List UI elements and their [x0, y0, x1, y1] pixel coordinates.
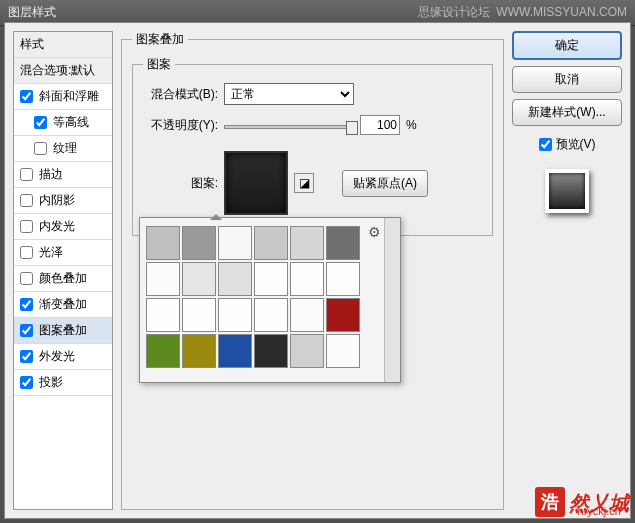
watermark: 浩 然乂城 hryckj.cn	[535, 487, 629, 517]
inner-legend: 图案	[143, 56, 175, 73]
opacity-unit: %	[406, 118, 417, 132]
preview-checkbox[interactable]	[539, 138, 552, 151]
sidebar-item-1[interactable]: 等高线	[14, 110, 112, 136]
sidebar-item-2[interactable]: 纹理	[14, 136, 112, 162]
layer-style-dialog: 样式 混合选项:默认 斜面和浮雕等高线纹理描边内阴影内发光光泽颜色叠加渐变叠加图…	[4, 22, 631, 519]
swatch-4[interactable]	[290, 226, 324, 260]
snap-origin-button[interactable]: 贴紧原点(A)	[342, 170, 428, 197]
swatch-23[interactable]	[326, 334, 360, 368]
sidebar-checkbox-11[interactable]	[20, 376, 33, 389]
swatch-10[interactable]	[290, 262, 324, 296]
new-pattern-icon[interactable]: ◪	[294, 173, 314, 193]
sidebar-item-6[interactable]: 光泽	[14, 240, 112, 266]
watermark-block: 浩	[535, 487, 565, 517]
swatch-6[interactable]	[146, 262, 180, 296]
swatch-3[interactable]	[254, 226, 288, 260]
swatch-18[interactable]	[146, 334, 180, 368]
sidebar-label-11: 投影	[39, 374, 63, 391]
sidebar-checkbox-7[interactable]	[20, 272, 33, 285]
style-sidebar: 样式 混合选项:默认 斜面和浮雕等高线纹理描边内阴影内发光光泽颜色叠加渐变叠加图…	[13, 31, 113, 510]
sidebar-label-3: 描边	[39, 166, 63, 183]
preview-label: 预览(V)	[556, 136, 596, 153]
swatch-20[interactable]	[218, 334, 252, 368]
pattern-inner-group: 图案 混合模式(B): 正常 不透明度(Y): % 图案: ◪	[132, 56, 493, 236]
sidebar-label-4: 内阴影	[39, 192, 75, 209]
ok-button[interactable]: 确定	[512, 31, 622, 60]
sidebar-checkbox-6[interactable]	[20, 246, 33, 259]
main-panel: 图案叠加 图案 混合模式(B): 正常 不透明度(Y): % 图案:	[121, 31, 504, 510]
swatch-2[interactable]	[218, 226, 252, 260]
sidebar-label-6: 光泽	[39, 244, 63, 261]
swatch-12[interactable]	[146, 298, 180, 332]
cancel-button[interactable]: 取消	[512, 66, 622, 93]
sidebar-checkbox-0[interactable]	[20, 90, 33, 103]
sidebar-checkbox-5[interactable]	[20, 220, 33, 233]
scrollbar[interactable]	[384, 218, 400, 382]
swatch-8[interactable]	[218, 262, 252, 296]
sidebar-label-10: 外发光	[39, 348, 75, 365]
pattern-picker-popup: ⚙ ▸	[139, 217, 401, 383]
pattern-label: 图案:	[143, 175, 218, 192]
right-button-panel: 确定 取消 新建样式(W)... 预览(V)	[512, 31, 622, 510]
watermark-url: hryckj.cn	[578, 505, 621, 517]
pattern-preview[interactable]	[224, 151, 288, 215]
sidebar-label-9: 图案叠加	[39, 322, 87, 339]
sidebar-item-9[interactable]: 图案叠加	[14, 318, 112, 344]
swatch-11[interactable]	[326, 262, 360, 296]
sidebar-header-style[interactable]: 样式	[14, 32, 112, 58]
sidebar-item-3[interactable]: 描边	[14, 162, 112, 188]
sidebar-checkbox-4[interactable]	[20, 194, 33, 207]
sidebar-label-5: 内发光	[39, 218, 75, 235]
sidebar-item-4[interactable]: 内阴影	[14, 188, 112, 214]
sidebar-checkbox-3[interactable]	[20, 168, 33, 181]
swatch-16[interactable]	[290, 298, 324, 332]
swatch-7[interactable]	[182, 262, 216, 296]
sidebar-label-1: 等高线	[53, 114, 89, 131]
new-style-button[interactable]: 新建样式(W)...	[512, 99, 622, 126]
sidebar-item-10[interactable]: 外发光	[14, 344, 112, 370]
sidebar-checkbox-2[interactable]	[34, 142, 47, 155]
sidebar-checkbox-1[interactable]	[34, 116, 47, 129]
sidebar-item-5[interactable]: 内发光	[14, 214, 112, 240]
opacity-slider[interactable]	[224, 125, 354, 129]
sidebar-item-0[interactable]: 斜面和浮雕	[14, 84, 112, 110]
sidebar-checkbox-8[interactable]	[20, 298, 33, 311]
swatch-14[interactable]	[218, 298, 252, 332]
group-legend: 图案叠加	[132, 31, 188, 48]
sidebar-label-7: 颜色叠加	[39, 270, 87, 287]
sidebar-label-0: 斜面和浮雕	[39, 88, 99, 105]
slider-thumb[interactable]	[346, 121, 358, 135]
opacity-label: 不透明度(Y):	[143, 117, 218, 134]
swatch-17[interactable]	[326, 298, 360, 332]
sidebar-item-7[interactable]: 颜色叠加	[14, 266, 112, 292]
forum-text: 思缘设计论坛 WWW.MISSYUAN.COM	[418, 4, 627, 21]
sidebar-checkbox-10[interactable]	[20, 350, 33, 363]
swatch-15[interactable]	[254, 298, 288, 332]
swatch-9[interactable]	[254, 262, 288, 296]
swatch-22[interactable]	[290, 334, 324, 368]
swatch-grid	[146, 226, 394, 368]
preview-thumbnail	[545, 169, 589, 213]
sidebar-label-2: 纹理	[53, 140, 77, 157]
opacity-input[interactable]	[360, 115, 400, 135]
sidebar-header-blend[interactable]: 混合选项:默认	[14, 58, 112, 84]
swatch-13[interactable]	[182, 298, 216, 332]
blend-mode-select[interactable]: 正常	[224, 83, 354, 105]
sidebar-checkbox-9[interactable]	[20, 324, 33, 337]
sidebar-item-11[interactable]: 投影	[14, 370, 112, 396]
swatch-21[interactable]	[254, 334, 288, 368]
swatch-0[interactable]	[146, 226, 180, 260]
sidebar-item-8[interactable]: 渐变叠加	[14, 292, 112, 318]
swatch-19[interactable]	[182, 334, 216, 368]
swatch-5[interactable]	[326, 226, 360, 260]
dialog-title: 图层样式	[8, 4, 56, 21]
sidebar-label-8: 渐变叠加	[39, 296, 87, 313]
blend-mode-label: 混合模式(B):	[143, 86, 218, 103]
swatch-1[interactable]	[182, 226, 216, 260]
